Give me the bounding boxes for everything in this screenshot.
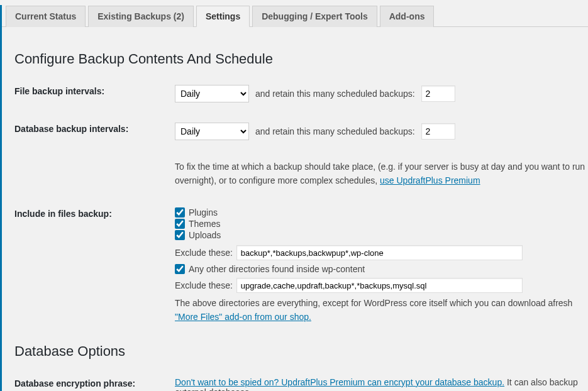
encryption-label: Database encryption phrase: (14, 377, 175, 391)
include-uploads-checkbox[interactable] (175, 230, 185, 240)
settings-page: Current Status Existing Backups (2) Sett… (0, 5, 588, 391)
db-intervals-select[interactable]: Daily (175, 123, 249, 140)
include-plugins-checkbox[interactable] (175, 207, 185, 218)
encryption-row: Database encryption phrase: Don't want t… (14, 377, 588, 391)
include-note: The above directories are everything, ex… (175, 297, 588, 324)
include-other-dirs-label: Any other directories found inside wp-co… (189, 264, 365, 274)
file-intervals-field: Daily and retain this many scheduled bac… (175, 85, 588, 102)
encryption-field: Don't want to be spied on? UpdraftPlus P… (175, 377, 588, 391)
tab-debugging[interactable]: Debugging / Expert Tools (252, 6, 377, 27)
include-plugins: Plugins (175, 207, 588, 218)
settings-content: Configure Backup Contents And Schedule F… (2, 27, 588, 391)
include-themes-checkbox[interactable] (175, 219, 185, 229)
encryption-premium-link[interactable]: Don't want to be spied on? UpdraftPlus P… (175, 377, 504, 387)
include-label: Include in files backup: (14, 207, 175, 324)
tab-bar: Current Status Existing Backups (2) Sett… (2, 5, 588, 27)
file-intervals-label: File backup intervals: (14, 85, 175, 102)
file-intervals-select[interactable]: Daily (175, 85, 249, 102)
include-row: Include in files backup: Plugins Themes … (14, 207, 588, 324)
db-intervals-field: Daily and retain this many scheduled bac… (175, 123, 588, 140)
include-uploads: Uploads (175, 230, 588, 240)
schedule-help-text: To fix the time at which a backup should… (175, 160, 588, 187)
exclude2-label: Exclude these: (175, 280, 233, 290)
file-intervals-row: File backup intervals: Daily and retain … (14, 85, 588, 102)
tab-existing-backups[interactable]: Existing Backups (2) (88, 6, 194, 27)
include-other-dirs: Any other directories found inside wp-co… (175, 264, 588, 274)
exclude1-input[interactable] (236, 245, 523, 260)
schedule-help-row: To fix the time at which a backup should… (14, 160, 588, 187)
include-uploads-label: Uploads (189, 230, 221, 240)
exclude2-input[interactable] (236, 278, 523, 293)
file-retain-text: and retain this many scheduled backups: (255, 89, 415, 99)
include-themes: Themes (175, 219, 588, 229)
db-retain-input[interactable] (421, 123, 455, 140)
include-other-dirs-checkbox[interactable] (175, 264, 185, 274)
include-field: Plugins Themes Uploads Exclude these: (175, 207, 588, 324)
exclude1-label: Exclude these: (175, 248, 233, 258)
tab-addons[interactable]: Add-ons (380, 6, 435, 27)
tab-current-status[interactable]: Current Status (6, 6, 86, 27)
tab-settings[interactable]: Settings (196, 6, 250, 27)
include-plugins-label: Plugins (189, 207, 218, 218)
include-checklist: Plugins Themes Uploads (175, 207, 588, 240)
configure-heading: Configure Backup Contents And Schedule (14, 51, 588, 67)
include-themes-label: Themes (189, 219, 221, 229)
exclude1-row: Exclude these: (175, 245, 588, 260)
db-intervals-row: Database backup intervals: Daily and ret… (14, 123, 588, 140)
exclude2-row: Exclude these: (175, 278, 588, 293)
database-options-heading: Database Options (14, 343, 588, 360)
premium-link[interactable]: use UpdraftPlus Premium (380, 175, 480, 185)
db-retain-text: and retain this many scheduled backups: (255, 126, 415, 136)
db-intervals-label: Database backup intervals: (14, 123, 175, 140)
file-retain-input[interactable] (421, 85, 455, 102)
more-files-link[interactable]: "More Files" add-on from our shop. (175, 312, 311, 322)
